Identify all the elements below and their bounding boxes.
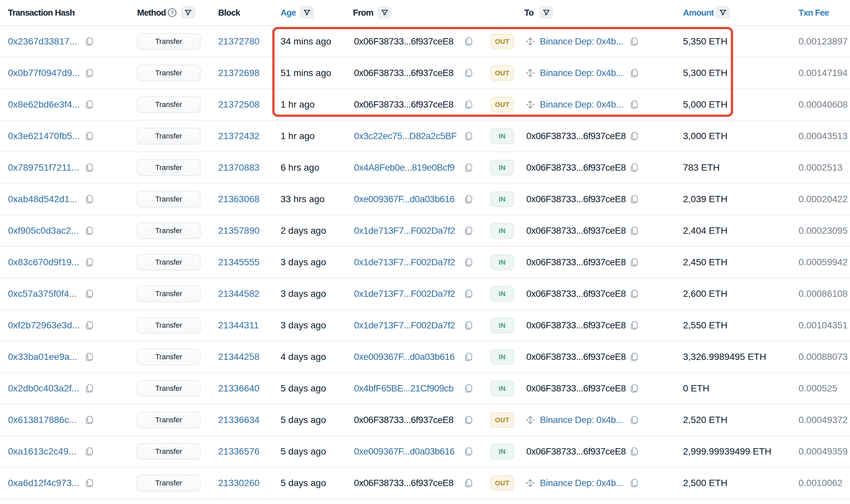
svg-text:?: ? [171, 10, 174, 15]
